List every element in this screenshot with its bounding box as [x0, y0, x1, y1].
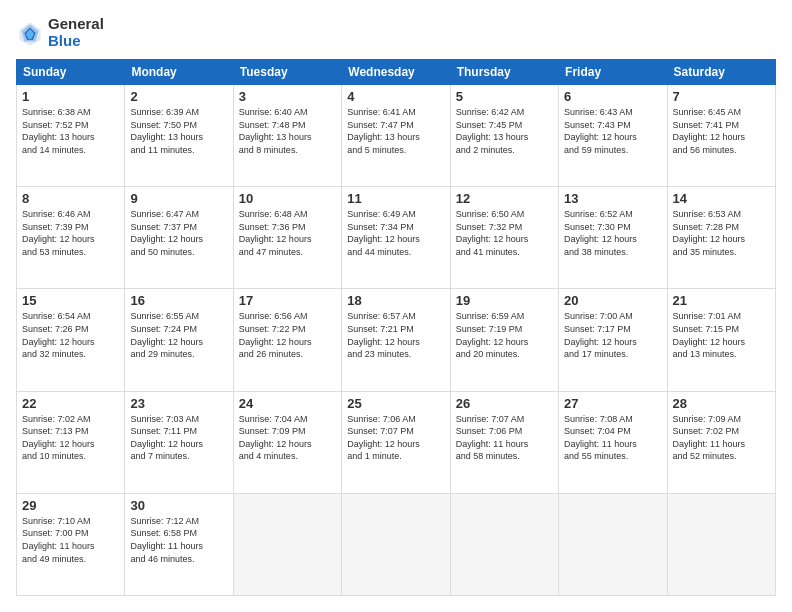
- cell-details: Sunrise: 6:45 AMSunset: 7:41 PMDaylight:…: [673, 106, 770, 156]
- cell-details: Sunrise: 7:09 AMSunset: 7:02 PMDaylight:…: [673, 413, 770, 463]
- day-number: 11: [347, 191, 444, 206]
- weekday-thursday: Thursday: [450, 60, 558, 85]
- calendar-cell: 16Sunrise: 6:55 AMSunset: 7:24 PMDayligh…: [125, 289, 233, 391]
- day-number: 7: [673, 89, 770, 104]
- day-number: 8: [22, 191, 119, 206]
- cell-details: Sunrise: 7:07 AMSunset: 7:06 PMDaylight:…: [456, 413, 553, 463]
- day-number: 6: [564, 89, 661, 104]
- calendar-cell: 17Sunrise: 6:56 AMSunset: 7:22 PMDayligh…: [233, 289, 341, 391]
- calendar-cell: [342, 493, 450, 595]
- calendar-cell: 4Sunrise: 6:41 AMSunset: 7:47 PMDaylight…: [342, 85, 450, 187]
- calendar-cell: 30Sunrise: 7:12 AMSunset: 6:58 PMDayligh…: [125, 493, 233, 595]
- logo-icon: [16, 19, 44, 47]
- day-number: 20: [564, 293, 661, 308]
- day-number: 18: [347, 293, 444, 308]
- day-number: 4: [347, 89, 444, 104]
- cell-details: Sunrise: 7:06 AMSunset: 7:07 PMDaylight:…: [347, 413, 444, 463]
- cell-details: Sunrise: 6:43 AMSunset: 7:43 PMDaylight:…: [564, 106, 661, 156]
- weekday-friday: Friday: [559, 60, 667, 85]
- logo-text: General Blue: [48, 16, 104, 49]
- cell-details: Sunrise: 7:00 AMSunset: 7:17 PMDaylight:…: [564, 310, 661, 360]
- day-number: 16: [130, 293, 227, 308]
- cell-details: Sunrise: 7:02 AMSunset: 7:13 PMDaylight:…: [22, 413, 119, 463]
- weekday-wednesday: Wednesday: [342, 60, 450, 85]
- calendar-cell: 21Sunrise: 7:01 AMSunset: 7:15 PMDayligh…: [667, 289, 775, 391]
- cell-details: Sunrise: 7:12 AMSunset: 6:58 PMDaylight:…: [130, 515, 227, 565]
- calendar-cell: 13Sunrise: 6:52 AMSunset: 7:30 PMDayligh…: [559, 187, 667, 289]
- day-number: 19: [456, 293, 553, 308]
- cell-details: Sunrise: 6:56 AMSunset: 7:22 PMDaylight:…: [239, 310, 336, 360]
- cell-details: Sunrise: 6:46 AMSunset: 7:39 PMDaylight:…: [22, 208, 119, 258]
- calendar-cell: 5Sunrise: 6:42 AMSunset: 7:45 PMDaylight…: [450, 85, 558, 187]
- calendar-cell: 20Sunrise: 7:00 AMSunset: 7:17 PMDayligh…: [559, 289, 667, 391]
- calendar-cell: [450, 493, 558, 595]
- cell-details: Sunrise: 7:01 AMSunset: 7:15 PMDaylight:…: [673, 310, 770, 360]
- cell-details: Sunrise: 6:47 AMSunset: 7:37 PMDaylight:…: [130, 208, 227, 258]
- day-number: 21: [673, 293, 770, 308]
- calendar-cell: 15Sunrise: 6:54 AMSunset: 7:26 PMDayligh…: [17, 289, 125, 391]
- calendar-cell: 6Sunrise: 6:43 AMSunset: 7:43 PMDaylight…: [559, 85, 667, 187]
- calendar-cell: 28Sunrise: 7:09 AMSunset: 7:02 PMDayligh…: [667, 391, 775, 493]
- calendar-cell: 29Sunrise: 7:10 AMSunset: 7:00 PMDayligh…: [17, 493, 125, 595]
- cell-details: Sunrise: 7:08 AMSunset: 7:04 PMDaylight:…: [564, 413, 661, 463]
- day-number: 15: [22, 293, 119, 308]
- calendar-cell: 7Sunrise: 6:45 AMSunset: 7:41 PMDaylight…: [667, 85, 775, 187]
- calendar-cell: 9Sunrise: 6:47 AMSunset: 7:37 PMDaylight…: [125, 187, 233, 289]
- day-number: 25: [347, 396, 444, 411]
- day-number: 9: [130, 191, 227, 206]
- day-number: 5: [456, 89, 553, 104]
- day-number: 17: [239, 293, 336, 308]
- cell-details: Sunrise: 6:49 AMSunset: 7:34 PMDaylight:…: [347, 208, 444, 258]
- calendar: Sunday Monday Tuesday Wednesday Thursday…: [16, 59, 776, 596]
- day-number: 29: [22, 498, 119, 513]
- day-number: 13: [564, 191, 661, 206]
- cell-details: Sunrise: 7:03 AMSunset: 7:11 PMDaylight:…: [130, 413, 227, 463]
- weekday-saturday: Saturday: [667, 60, 775, 85]
- calendar-cell: 3Sunrise: 6:40 AMSunset: 7:48 PMDaylight…: [233, 85, 341, 187]
- cell-details: Sunrise: 6:57 AMSunset: 7:21 PMDaylight:…: [347, 310, 444, 360]
- day-number: 10: [239, 191, 336, 206]
- calendar-cell: 11Sunrise: 6:49 AMSunset: 7:34 PMDayligh…: [342, 187, 450, 289]
- calendar-cell: [559, 493, 667, 595]
- cell-details: Sunrise: 6:52 AMSunset: 7:30 PMDaylight:…: [564, 208, 661, 258]
- calendar-cell: 26Sunrise: 7:07 AMSunset: 7:06 PMDayligh…: [450, 391, 558, 493]
- calendar-cell: [667, 493, 775, 595]
- logo: General Blue: [16, 16, 104, 49]
- header: General Blue: [16, 16, 776, 49]
- calendar-cell: 8Sunrise: 6:46 AMSunset: 7:39 PMDaylight…: [17, 187, 125, 289]
- day-number: 2: [130, 89, 227, 104]
- day-number: 1: [22, 89, 119, 104]
- calendar-cell: 14Sunrise: 6:53 AMSunset: 7:28 PMDayligh…: [667, 187, 775, 289]
- day-number: 30: [130, 498, 227, 513]
- cell-details: Sunrise: 6:54 AMSunset: 7:26 PMDaylight:…: [22, 310, 119, 360]
- day-number: 27: [564, 396, 661, 411]
- calendar-cell: 12Sunrise: 6:50 AMSunset: 7:32 PMDayligh…: [450, 187, 558, 289]
- cell-details: Sunrise: 6:42 AMSunset: 7:45 PMDaylight:…: [456, 106, 553, 156]
- day-number: 28: [673, 396, 770, 411]
- cell-details: Sunrise: 7:04 AMSunset: 7:09 PMDaylight:…: [239, 413, 336, 463]
- weekday-monday: Monday: [125, 60, 233, 85]
- cell-details: Sunrise: 6:59 AMSunset: 7:19 PMDaylight:…: [456, 310, 553, 360]
- cell-details: Sunrise: 6:41 AMSunset: 7:47 PMDaylight:…: [347, 106, 444, 156]
- cell-details: Sunrise: 6:48 AMSunset: 7:36 PMDaylight:…: [239, 208, 336, 258]
- page: General Blue Sunday Monday Tuesday Wedne…: [0, 0, 792, 612]
- calendar-cell: [233, 493, 341, 595]
- weekday-sunday: Sunday: [17, 60, 125, 85]
- day-number: 22: [22, 396, 119, 411]
- day-number: 12: [456, 191, 553, 206]
- calendar-cell: 27Sunrise: 7:08 AMSunset: 7:04 PMDayligh…: [559, 391, 667, 493]
- day-number: 3: [239, 89, 336, 104]
- calendar-cell: 10Sunrise: 6:48 AMSunset: 7:36 PMDayligh…: [233, 187, 341, 289]
- calendar-cell: 1Sunrise: 6:38 AMSunset: 7:52 PMDaylight…: [17, 85, 125, 187]
- calendar-cell: 25Sunrise: 7:06 AMSunset: 7:07 PMDayligh…: [342, 391, 450, 493]
- day-number: 26: [456, 396, 553, 411]
- day-number: 14: [673, 191, 770, 206]
- cell-details: Sunrise: 6:53 AMSunset: 7:28 PMDaylight:…: [673, 208, 770, 258]
- cell-details: Sunrise: 6:38 AMSunset: 7:52 PMDaylight:…: [22, 106, 119, 156]
- calendar-cell: 23Sunrise: 7:03 AMSunset: 7:11 PMDayligh…: [125, 391, 233, 493]
- calendar-cell: 22Sunrise: 7:02 AMSunset: 7:13 PMDayligh…: [17, 391, 125, 493]
- cell-details: Sunrise: 6:50 AMSunset: 7:32 PMDaylight:…: [456, 208, 553, 258]
- cell-details: Sunrise: 6:39 AMSunset: 7:50 PMDaylight:…: [130, 106, 227, 156]
- calendar-cell: 19Sunrise: 6:59 AMSunset: 7:19 PMDayligh…: [450, 289, 558, 391]
- calendar-cell: 2Sunrise: 6:39 AMSunset: 7:50 PMDaylight…: [125, 85, 233, 187]
